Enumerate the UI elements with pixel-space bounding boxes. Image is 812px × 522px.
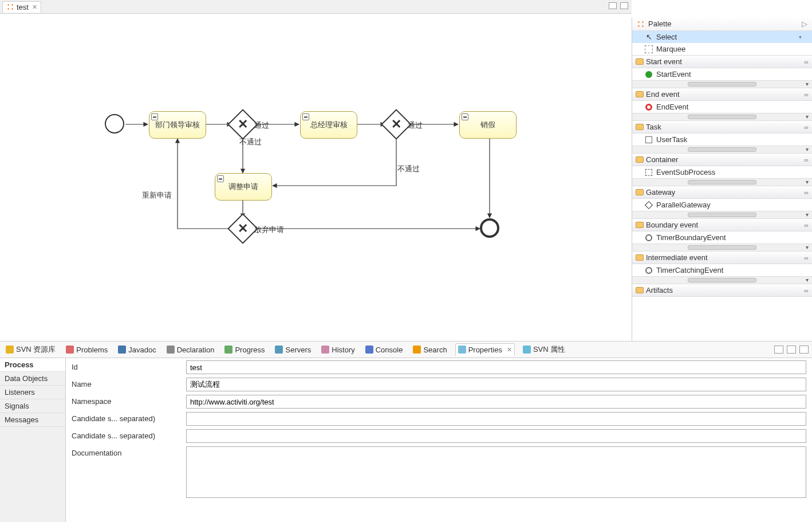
palette-item-eventsubprocess[interactable]: EventSubProcess — [632, 166, 812, 178]
documentation-textarea[interactable] — [186, 446, 806, 498]
diagram-canvas[interactable]: 部门领导审核 ✕ 总经理审核 ✕ 销假 调整申请 ✕ 通过 不通过 通过 不通过… — [0, 14, 632, 341]
palette-header: Palette ▷ — [632, 17, 812, 31]
pin-icon[interactable]: ∞ — [804, 156, 807, 163]
view-tab-svn-属性[interactable]: SVN 属性 — [521, 343, 567, 356]
view-icon — [167, 346, 175, 354]
task-gm-review[interactable]: 总经理审核 — [300, 111, 357, 139]
palette-expand-icon[interactable]: ▷ — [802, 19, 807, 28]
user-task-icon — [151, 113, 158, 120]
task-adjust-request[interactable]: 调整申请 — [215, 173, 272, 201]
view-tab-history[interactable]: History — [319, 343, 357, 356]
properties-category-process[interactable]: Process — [0, 358, 65, 372]
properties-form: Id Name Namespace Candidate s... separat… — [66, 358, 812, 522]
candidate-starter-input[interactable] — [186, 412, 806, 426]
view-tab-problems[interactable]: Problems — [64, 343, 110, 356]
view-tab-label: Javadoc — [128, 346, 156, 354]
properties-category-data-objects[interactable]: Data Objects — [0, 372, 65, 386]
end-event-node[interactable] — [480, 218, 499, 238]
gateway-2[interactable]: ✕ — [385, 113, 407, 135]
pin-icon[interactable]: ∞ — [804, 91, 807, 98]
namespace-input[interactable] — [186, 395, 806, 409]
view-icon — [458, 346, 466, 354]
candidate-user-input[interactable] — [186, 429, 806, 443]
pin-icon[interactable]: ∞ — [804, 287, 807, 294]
marquee-icon — [645, 45, 653, 53]
palette-section-intermediate-event[interactable]: Intermediate event∞ — [632, 251, 812, 264]
pin-icon[interactable]: ∞ — [804, 124, 807, 131]
palette-section-scrollbar[interactable]: ▾ — [632, 276, 812, 284]
section-title-label: Start event — [646, 57, 682, 66]
pin-icon[interactable]: ∞ — [804, 58, 807, 65]
palette-section-artifacts[interactable]: Artifacts∞ — [632, 284, 812, 297]
timercatchingevent-icon — [645, 266, 653, 274]
pin-icon[interactable]: ∞ — [804, 222, 807, 229]
palette-section-container[interactable]: Container∞ — [632, 153, 812, 166]
name-input[interactable] — [186, 378, 806, 391]
palette-section-boundary-event[interactable]: Boundary event∞ — [632, 218, 812, 231]
field-label-namespace: Namespace — [72, 395, 180, 409]
view-tab-javadoc[interactable]: Javadoc — [116, 343, 158, 356]
timerboundaryevent-icon — [645, 234, 653, 242]
chevron-down-icon: ▾ — [806, 81, 809, 87]
task-cancel-leave[interactable]: 销假 — [459, 111, 517, 139]
palette-section-scrollbar[interactable]: ▾ — [632, 146, 812, 153]
palette-section-scrollbar[interactable]: ▾ — [632, 178, 812, 186]
maximize-view-button[interactable] — [799, 346, 809, 354]
view-tab-search[interactable]: Search — [411, 343, 449, 356]
id-input[interactable] — [186, 360, 806, 374]
chevron-down-icon: ▾ — [806, 277, 809, 283]
minimize-view-button[interactable] — [787, 346, 796, 354]
palette-section-scrollbar[interactable]: ▾ — [632, 113, 812, 120]
palette-item-startevent[interactable]: StartEvent — [632, 68, 812, 80]
edge-label-fail-2: 不通过 — [397, 164, 420, 174]
section-title-label: Gateway — [646, 188, 675, 197]
pin-icon[interactable]: ∞ — [804, 254, 807, 261]
section-title-label: Intermediate event — [646, 253, 708, 262]
cursor-icon: ↖ — [645, 33, 653, 41]
eventsubprocess-icon — [645, 168, 653, 176]
properties-category-signals[interactable]: Signals — [0, 399, 65, 413]
edge-label-reapply: 重新申请 — [142, 190, 172, 201]
view-tab-declaration[interactable]: Declaration — [164, 343, 217, 356]
properties-category-messages[interactable]: Messages — [0, 413, 65, 427]
palette-item-usertask[interactable]: UserTask — [632, 134, 812, 146]
view-tab-servers[interactable]: Servers — [273, 343, 313, 356]
view-tab-progress[interactable]: Progress — [222, 343, 267, 356]
palette-section-scrollbar[interactable]: ▾ — [632, 80, 812, 88]
palette-tool-select[interactable]: ↖ Select ▾ — [632, 31, 812, 43]
palette-item-endevent[interactable]: EndEvent — [632, 101, 812, 113]
edge-label-abandon: 放弃申请 — [254, 225, 284, 235]
view-tab-properties[interactable]: Properties✕ — [455, 343, 515, 356]
palette-title: Palette — [648, 19, 671, 28]
task-dept-review[interactable]: 部门领导审核 — [149, 111, 206, 139]
minimize-button[interactable] — [609, 2, 617, 9]
properties-category-listeners[interactable]: Listeners — [0, 386, 65, 399]
view-tab-console[interactable]: Console — [363, 343, 405, 356]
editor-tab-test[interactable]: test ✕ — [2, 1, 41, 13]
gateway-1[interactable]: ✕ — [232, 113, 254, 135]
user-task-icon — [462, 113, 468, 120]
view-tab-label: Properties — [468, 346, 502, 354]
palette-section-task[interactable]: Task∞ — [632, 120, 812, 134]
palette-item-label: UserTask — [656, 135, 687, 144]
editor-tab-label: test — [17, 3, 29, 11]
pin-icon[interactable]: ∞ — [804, 189, 807, 196]
palette-item-timerboundaryevent[interactable]: TimerBoundaryEvent — [632, 231, 812, 244]
close-icon[interactable]: ✕ — [32, 3, 37, 11]
palette-section-start-event[interactable]: Start event∞ — [632, 55, 812, 68]
palette-item-parallelgateway[interactable]: ParallelGateway — [632, 199, 812, 211]
palette-section-gateway[interactable]: Gateway∞ — [632, 186, 812, 199]
edge-label-pass-2: 通过 — [408, 120, 423, 131]
view-tab-label: Console — [376, 346, 403, 354]
maximize-button[interactable] — [620, 2, 628, 9]
palette-tool-marquee[interactable]: Marquee — [632, 43, 812, 55]
palette-item-timercatchingevent[interactable]: TimerCatchingEvent — [632, 264, 812, 276]
gateway-3[interactable]: ✕ — [232, 218, 254, 240]
palette-section-end-event[interactable]: End event∞ — [632, 88, 812, 101]
start-event-node[interactable] — [105, 114, 124, 134]
palette-section-scrollbar[interactable]: ▾ — [632, 211, 812, 218]
view-menu-button[interactable] — [774, 346, 783, 354]
palette-section-scrollbar[interactable]: ▾ — [632, 244, 812, 251]
close-icon[interactable]: ✕ — [507, 346, 512, 354]
view-tab-svn-资源库[interactable]: SVN 资源库 — [3, 343, 58, 356]
